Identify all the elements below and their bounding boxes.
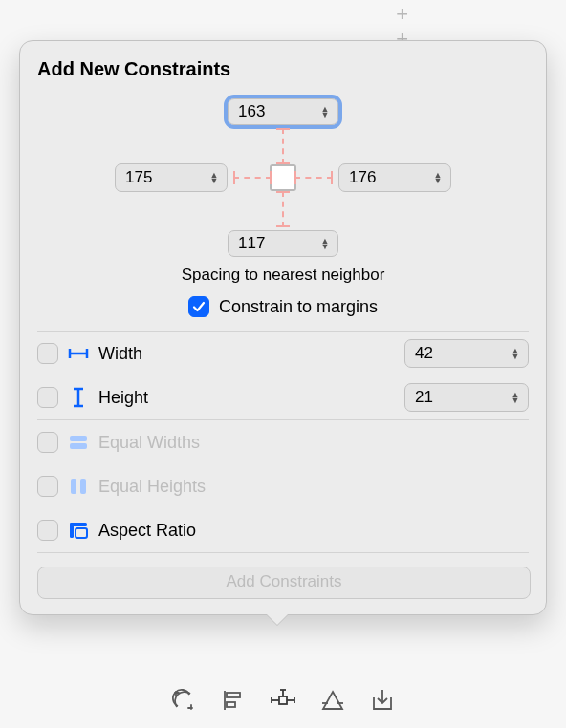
separator [37, 552, 529, 553]
add-constraints-toolbar-button[interactable] [269, 686, 297, 715]
spacing-bottom-input[interactable]: 117 ▲▼ [228, 230, 338, 257]
svg-rect-14 [227, 693, 240, 697]
aspect-ratio-label: Aspect Ratio [98, 521, 196, 541]
strut-left-icon[interactable] [233, 177, 272, 179]
strut-bottom-icon[interactable] [282, 191, 284, 227]
stepper-arrows-icon: ▲▼ [431, 172, 445, 183]
spacing-left-input[interactable]: 175 ▲▼ [115, 163, 228, 192]
constrain-to-margins-label: Constrain to margins [219, 297, 378, 317]
aspect-ratio-icon [68, 520, 89, 541]
equal-heights-label: Equal Heights [98, 477, 206, 497]
equal-widths-row: Equal Widths [37, 420, 529, 464]
spacing-top-value: 163 [238, 102, 265, 121]
svg-rect-12 [76, 528, 87, 538]
spacing-right-input[interactable]: 176 ▲▼ [338, 163, 451, 192]
width-row: Width 42 ▲▼ [37, 332, 529, 375]
height-row: Height 21 ▲▼ [37, 375, 529, 419]
center-view-icon [270, 164, 296, 191]
height-checkbox[interactable] [37, 387, 58, 408]
svg-rect-6 [70, 436, 87, 441]
equal-heights-checkbox[interactable] [37, 476, 58, 497]
stepper-arrows-icon: ▲▼ [318, 238, 332, 249]
height-input[interactable]: 21 ▲▼ [404, 383, 529, 412]
width-input[interactable]: 42 ▲▼ [404, 339, 529, 368]
svg-rect-16 [279, 696, 287, 704]
equal-heights-row: Equal Heights [37, 464, 529, 508]
equal-widths-icon [68, 432, 89, 453]
width-label: Width [98, 344, 142, 364]
svg-rect-7 [70, 443, 87, 449]
constrain-to-margins-checkbox[interactable] [188, 296, 209, 317]
width-value: 42 [415, 344, 433, 363]
svg-rect-11 [70, 523, 74, 538]
background-plus-icon: + [396, 4, 408, 25]
update-frames-button[interactable] [169, 686, 198, 715]
equal-widths-label: Equal Widths [98, 433, 200, 453]
spacing-top-input[interactable]: 163 ▲▼ [228, 98, 338, 125]
aspect-ratio-row: Aspect Ratio [37, 508, 529, 552]
spacing-grid: 163 ▲▼ 175 ▲▼ [37, 96, 529, 260]
add-constraints-popover: Add New Constraints 163 ▲▼ 175 ▲▼ [19, 40, 547, 615]
equal-widths-checkbox[interactable] [37, 432, 58, 453]
svg-rect-15 [227, 702, 235, 707]
height-label: Height [98, 388, 148, 408]
stepper-arrows-icon: ▲▼ [318, 106, 332, 118]
canvas-toolbar [0, 686, 566, 715]
strut-top-icon[interactable] [282, 128, 284, 164]
stepper-arrows-icon: ▲▼ [207, 172, 221, 183]
spacing-right-value: 176 [349, 168, 376, 187]
svg-rect-9 [80, 479, 86, 494]
stepper-arrows-icon: ▲▼ [509, 392, 522, 403]
add-constraints-button[interactable]: Add Constraints [37, 567, 531, 599]
equal-heights-icon [68, 476, 89, 497]
height-value: 21 [415, 388, 433, 407]
stepper-arrows-icon: ▲▼ [509, 348, 522, 359]
width-checkbox[interactable] [37, 343, 58, 364]
strut-right-icon[interactable] [294, 177, 333, 179]
height-icon [68, 387, 89, 408]
popover-title: Add New Constraints [37, 58, 529, 80]
aspect-ratio-checkbox[interactable] [37, 520, 58, 541]
spacing-left-value: 175 [125, 168, 152, 187]
popover-arrow-icon [266, 614, 289, 626]
resolve-issues-button[interactable] [318, 686, 347, 715]
embed-in-button[interactable] [368, 686, 397, 715]
width-icon [68, 343, 89, 364]
align-button[interactable] [219, 686, 248, 715]
spacing-caption: Spacing to nearest neighbor [37, 266, 529, 285]
spacing-bottom-value: 117 [238, 234, 265, 253]
svg-rect-8 [71, 479, 76, 494]
